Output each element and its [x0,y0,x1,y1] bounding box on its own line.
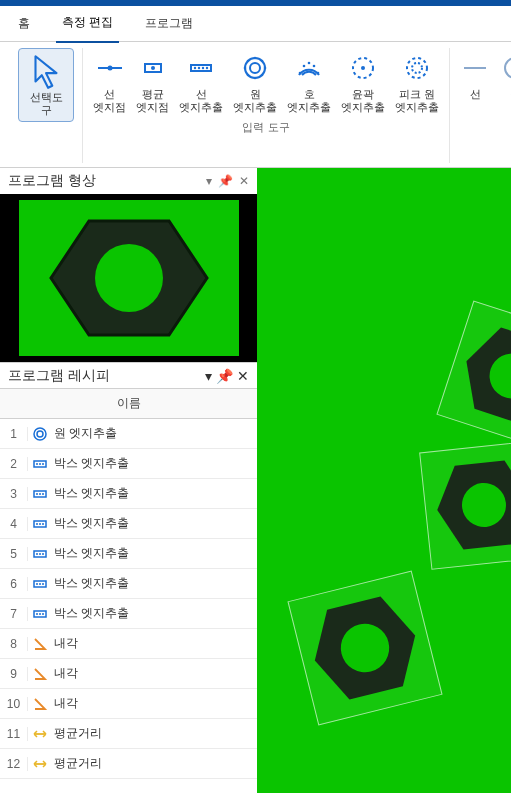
avg-edge-point-tool[interactable]: 평균 엣지점 [134,48,171,116]
recipe-close-icon[interactable]: ✕ [237,368,249,384]
nut-region-3[interactable] [287,570,442,725]
nut-region-1[interactable] [436,300,511,451]
svg-point-57 [42,613,44,615]
svg-point-6 [198,67,200,69]
recipe-row[interactable]: 8내각 [0,629,257,659]
recipe-row-number: 8 [0,637,28,651]
svg-point-41 [42,493,44,495]
recipe-row-number: 12 [0,757,28,771]
svg-point-13 [254,77,257,80]
recipe-pin-icon[interactable]: 📌 [216,368,233,384]
line-tool[interactable]: 선 [458,48,492,103]
svg-point-19 [299,72,302,75]
menu-home[interactable]: 홈 [12,5,36,42]
svg-point-55 [36,613,38,615]
program-recipe-title: 프로그램 레시피 [8,367,110,385]
peak-circle-edge-extract-tool[interactable]: 피크 원 엣지추출 [393,48,441,116]
line-edge-extract-label: 선 엣지추출 [179,88,223,114]
menu-program[interactable]: 프로그램 [139,5,199,42]
svg-point-36 [39,463,41,465]
ribbon: 선택도구 선 엣지점 평균 엣지점 선 엣지추출 원 엣지추출 [0,42,511,168]
recipe-row-number: 10 [0,697,28,711]
recipe-row[interactable]: 6박스 엣지추출 [0,569,257,599]
svg-point-35 [36,463,38,465]
circle-tool[interactable]: 원 [498,48,511,103]
shape-preview[interactable] [0,194,257,362]
recipe-row[interactable]: 4박스 엣지추출 [0,509,257,539]
recipe-row[interactable]: 10내각 [0,689,257,719]
arc-edge-extract-label: 호 엣지추출 [287,88,331,114]
svg-point-14 [244,67,247,70]
recipe-dropdown-icon[interactable]: ▾ [205,368,212,384]
svg-point-37 [42,463,44,465]
recipe-row[interactable]: 3박스 엣지추출 [0,479,257,509]
svg-point-51 [36,583,38,585]
recipe-row[interactable]: 7박스 엣지추출 [0,599,257,629]
contour-edge-extract-icon [348,50,378,86]
svg-point-48 [39,553,41,555]
contour-edge-extract-tool[interactable]: 윤곽 엣지추출 [339,48,387,116]
program-shape-panel-head: 프로그램 형상 ▾ 📌 ✕ [0,168,257,194]
main-viewer[interactable] [257,168,511,793]
svg-point-49 [42,553,44,555]
svg-point-40 [39,493,41,495]
circle-edge-extract-tool[interactable]: 원 엣지추출 [231,48,279,116]
avg-edge-point-icon [138,50,168,86]
svg-point-53 [42,583,44,585]
recipe-row-icon [28,666,52,682]
recipe-row-number: 3 [0,487,28,501]
program-shape-title: 프로그램 형상 [8,172,96,190]
recipe-row-number: 2 [0,457,28,471]
recipe-row-label: 박스 엣지추출 [52,455,129,472]
recipe-row[interactable]: 5박스 엣지추출 [0,539,257,569]
menu-measure-edit[interactable]: 측정 편집 [56,4,119,43]
recipe-row[interactable]: 9내각 [0,659,257,689]
nut-region-2[interactable] [419,440,511,570]
svg-point-20 [303,65,306,68]
recipe-row-number: 11 [0,727,28,741]
select-tool[interactable]: 선택도구 [18,48,74,122]
recipe-row[interactable]: 12평균거리 [0,749,257,779]
svg-point-10 [250,63,260,73]
select-tool-label: 선택도구 [25,91,67,117]
recipe-row-number: 5 [0,547,28,561]
panel-dropdown-icon[interactable]: ▾ [206,174,212,188]
svg-point-5 [194,67,196,69]
recipe-row[interactable]: 2박스 엣지추출 [0,449,257,479]
arc-edge-extract-icon [294,50,324,86]
svg-point-3 [151,66,155,70]
line-edge-extract-tool[interactable]: 선 엣지추출 [177,48,225,116]
svg-point-33 [37,431,43,437]
recipe-row-number: 1 [0,427,28,441]
svg-point-21 [308,62,311,65]
panel-pin-icon[interactable]: 📌 [218,174,233,188]
recipe-row-label: 내각 [52,695,78,712]
recipe-row-icon [28,636,52,652]
line-edge-point-icon [95,50,125,86]
svg-point-32 [34,428,46,440]
circle-icon [500,50,511,86]
recipe-row[interactable]: 1원 엣지추출 [0,419,257,449]
svg-point-7 [202,67,204,69]
recipe-list[interactable]: 1원 엣지추출2박스 엣지추출3박스 엣지추출4박스 엣지추출5박스 엣지추출6… [0,419,257,793]
svg-point-29 [505,58,511,78]
svg-point-44 [39,523,41,525]
recipe-row-number: 9 [0,667,28,681]
contour-edge-extract-label: 윤곽 엣지추출 [341,88,385,114]
recipe-row-label: 박스 엣지추출 [52,515,129,532]
recipe-row[interactable]: 11평균거리 [0,719,257,749]
recipe-row-number: 4 [0,517,28,531]
arc-edge-extract-tool[interactable]: 호 엣지추출 [285,48,333,116]
svg-point-39 [36,493,38,495]
svg-point-23 [317,72,320,75]
panel-close-icon[interactable]: ✕ [239,174,249,188]
recipe-row-label: 박스 엣지추출 [52,545,129,562]
ribbon-group-input-caption: 입력 도구 [242,120,289,135]
recipe-row-icon [28,546,52,562]
menu-bar: 홈 측정 편집 프로그램 [0,6,511,42]
recipe-row-icon [28,696,52,712]
line-edge-point-tool[interactable]: 선 엣지점 [91,48,128,116]
program-recipe-panel-head: 프로그램 레시피 ▾ 📌 ✕ [0,362,257,388]
recipe-row-label: 박스 엣지추출 [52,575,129,592]
recipe-row-number: 6 [0,577,28,591]
